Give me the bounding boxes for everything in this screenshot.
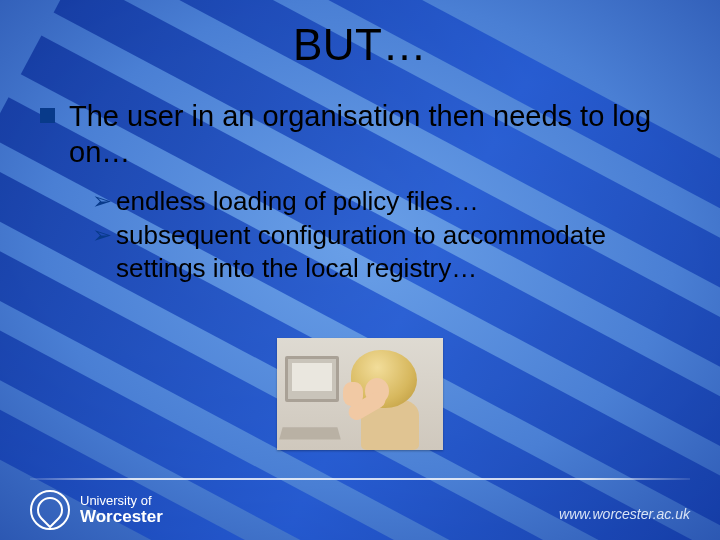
arrow-bullet-icon: ➢ — [92, 187, 112, 215]
bullet-text: The user in an organisation then needs t… — [69, 98, 680, 171]
footer-url: www.worcester.ac.uk — [559, 506, 690, 522]
arrow-bullet-icon: ➢ — [92, 221, 112, 249]
sub-bullet-text: subsequent configuration to accommodate … — [116, 219, 680, 284]
bullet-level1: The user in an organisation then needs t… — [40, 98, 680, 171]
sub-bullet-list: ➢ endless loading of policy files… ➢ sub… — [92, 185, 680, 285]
logo-text-line2: Worcester — [80, 508, 163, 526]
slide-content: BUT… The user in an organisation then ne… — [0, 0, 720, 284]
square-bullet-icon — [40, 108, 55, 123]
university-logo: University of Worcester — [30, 490, 163, 530]
sub-bullet-text: endless loading of policy files… — [116, 185, 479, 218]
frustrated-user-image — [277, 338, 443, 450]
logo-crest-icon — [30, 490, 70, 530]
slide-title: BUT… — [40, 20, 680, 70]
slide-footer: University of Worcester www.worcester.ac… — [0, 478, 720, 540]
sub-bullet: ➢ subsequent configuration to accommodat… — [92, 219, 680, 284]
sub-bullet: ➢ endless loading of policy files… — [92, 185, 680, 218]
logo-text-line1: University of — [80, 494, 163, 508]
footer-divider — [30, 478, 690, 480]
